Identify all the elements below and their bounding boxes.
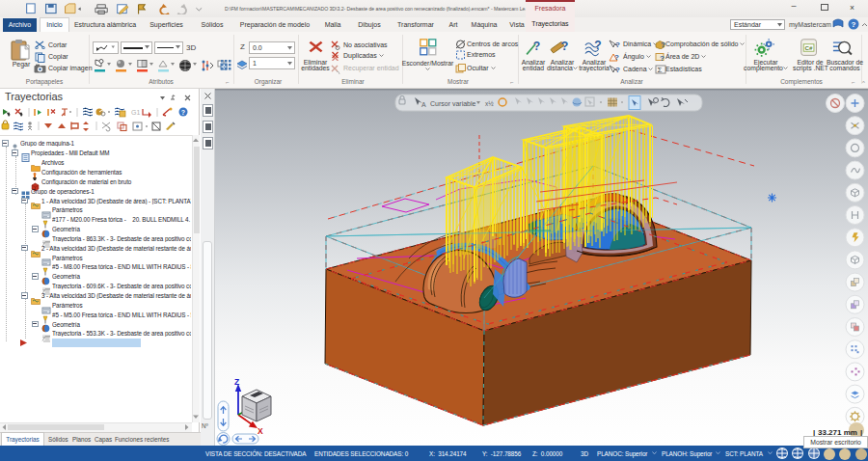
svg-text:G1: G1: [131, 109, 140, 116]
svg-text:?: ?: [614, 53, 619, 62]
svg-text:?: ?: [615, 66, 620, 74]
svg-text:?: ?: [533, 40, 541, 53]
svg-text:x½: x½: [485, 100, 494, 107]
svg-text:?: ?: [594, 39, 601, 52]
svg-text:X: X: [258, 426, 263, 436]
svg-text:Σ: Σ: [658, 66, 663, 74]
svg-text:?: ?: [660, 54, 665, 63]
svg-text:Z: Z: [234, 377, 239, 387]
svg-text:?: ?: [561, 39, 569, 53]
svg-text:Cursor variable: Cursor variable: [430, 100, 476, 107]
svg-text:C#: C#: [804, 44, 812, 51]
svg-text:A: A: [421, 101, 426, 108]
svg-text:?: ?: [181, 109, 185, 116]
svg-text:?: ?: [852, 20, 856, 29]
svg-text:?: ?: [615, 41, 620, 49]
